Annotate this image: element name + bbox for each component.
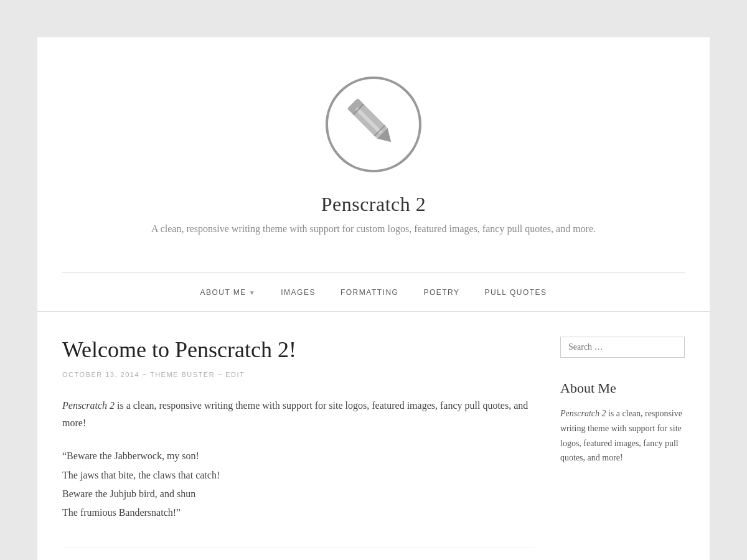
nav-item-about[interactable]: ABOUT ME ▼ [200, 288, 256, 297]
post-meta: OCTOBER 13, 2014 ~ THEME BUSTER ~ EDIT [62, 371, 535, 378]
post-date: OCTOBER 13, 2014 [62, 371, 139, 378]
main-content: Welcome to Penscratch 2! OCTOBER 13, 201… [62, 337, 535, 548]
post-footer-divider [62, 548, 535, 548]
nav-item-images[interactable]: IMAGES [281, 288, 316, 297]
about-me-widget: About Me Penscratch 2 is a clean, respon… [560, 380, 685, 465]
content-area: Welcome to Penscratch 2! OCTOBER 13, 201… [37, 312, 710, 560]
site-title: Penscratch 2 [62, 193, 685, 216]
post-meta-sep2: ~ [218, 371, 223, 378]
sidebar: About Me Penscratch 2 is a clean, respon… [560, 337, 685, 548]
post-intro-paragraph: Penscratch 2 is a clean, responsive writ… [62, 397, 535, 432]
poem-line-1: “Beware the Jabberwock, my son! [62, 447, 535, 465]
nav-item-poetry[interactable]: POETRY [423, 288, 459, 297]
search-input[interactable] [560, 337, 685, 358]
post-poem: “Beware the Jabberwock, my son! The jaws… [62, 447, 535, 523]
poem-line-2: The jaws that bite, the claws that catch… [62, 466, 535, 485]
nav-item-pull-quotes[interactable]: PULL QUOTES [485, 288, 547, 297]
search-box [560, 337, 685, 358]
post-italic-title: Penscratch 2 [62, 400, 115, 411]
nav-item-formatting[interactable]: FORMATTING [341, 288, 398, 297]
post-meta-sep1: ~ [143, 371, 148, 378]
post-body: Penscratch 2 is a clean, responsive writ… [62, 397, 535, 523]
post-author[interactable]: THEME BUSTER [150, 371, 215, 378]
chevron-down-icon: ▼ [249, 289, 256, 296]
site-description: A clean, responsive writing theme with s… [62, 223, 685, 235]
widget-italic-title: Penscratch 2 [560, 409, 606, 418]
post-edit-link[interactable]: EDIT [225, 371, 245, 378]
widget-text: Penscratch 2 is a clean, responsive writ… [560, 406, 685, 465]
post-title: Welcome to Penscratch 2! [62, 337, 535, 363]
site-nav: ABOUT ME ▼ IMAGES FORMATTING POETRY PULL… [37, 273, 710, 312]
post-intro-text: is a clean, responsive writing theme wit… [62, 400, 528, 428]
site-header: Penscratch 2 A clean, responsive writing… [37, 37, 710, 253]
widget-title: About Me [560, 380, 685, 396]
site-logo [324, 75, 423, 174]
poem-line-4: The frumious Bandersnatch!” [62, 503, 535, 522]
poem-line-3: Beware the Jubjub bird, and shun [62, 485, 535, 503]
page-wrapper: Penscratch 2 A clean, responsive writing… [37, 37, 710, 560]
